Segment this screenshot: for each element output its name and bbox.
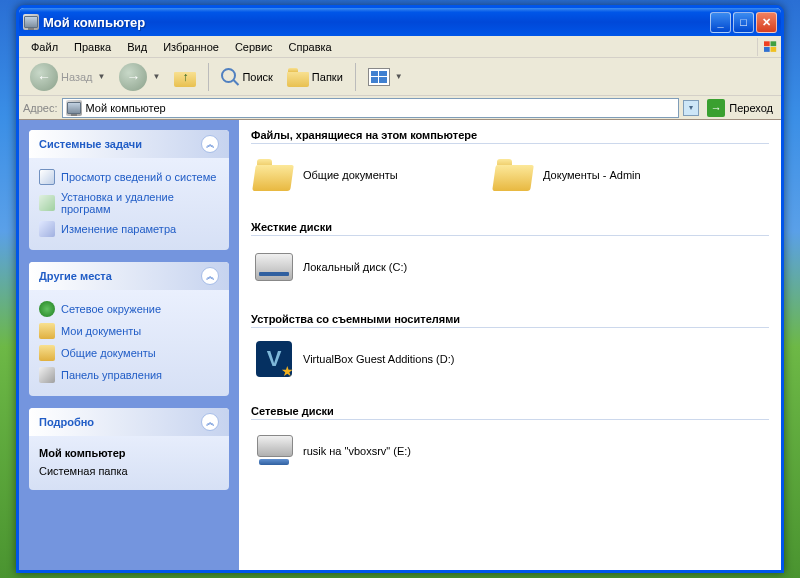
- search-label: Поиск: [242, 71, 272, 83]
- up-button[interactable]: [169, 63, 201, 91]
- panel-system-tasks: Системные задачи ︽ Просмотр сведений о с…: [29, 130, 229, 250]
- menu-view[interactable]: Вид: [119, 38, 155, 56]
- search-icon: [221, 68, 239, 86]
- link-network-places[interactable]: Сетевое окружение: [39, 298, 219, 320]
- back-label: Назад: [61, 71, 93, 83]
- section-network-drives: Сетевые диски: [251, 400, 769, 420]
- svg-rect-1: [771, 41, 777, 46]
- search-button[interactable]: Поиск: [216, 64, 277, 90]
- folders-label: Папки: [312, 71, 343, 83]
- chevron-down-icon: ▼: [395, 72, 403, 81]
- link-system-info[interactable]: Просмотр сведений о системе: [39, 166, 219, 188]
- items-hdd: Локальный диск (C:): [251, 244, 781, 290]
- menu-tools[interactable]: Сервис: [227, 38, 281, 56]
- forward-button[interactable]: → ▼: [114, 59, 165, 95]
- sidebar: Системные задачи ︽ Просмотр сведений о с…: [19, 120, 239, 570]
- items-files: Общие документы Документы - Admin: [251, 152, 781, 198]
- hard-drive-icon: [253, 246, 295, 288]
- link-my-documents[interactable]: Мои документы: [39, 320, 219, 342]
- menu-help[interactable]: Справка: [281, 38, 340, 56]
- panel-title: Другие места: [39, 270, 112, 282]
- detail-type: Системная папка: [39, 462, 219, 480]
- item-user-documents[interactable]: Документы - Admin: [491, 152, 701, 198]
- toolbar-separator: [355, 63, 356, 91]
- items-removable: VirtualBox Guest Additions (D:): [251, 336, 781, 382]
- menu-favorites[interactable]: Избранное: [155, 38, 227, 56]
- go-button[interactable]: → Переход: [703, 97, 777, 119]
- chevron-down-icon: ▼: [98, 72, 106, 81]
- item-vbox-guest-additions[interactable]: VirtualBox Guest Additions (D:): [251, 336, 461, 382]
- window-title: Мой компьютер: [43, 15, 710, 30]
- maximize-button[interactable]: □: [733, 12, 754, 33]
- toolbar: ← Назад ▼ → ▼ Поиск Папки ▼: [19, 58, 781, 96]
- views-button[interactable]: ▼: [363, 64, 408, 90]
- back-button[interactable]: ← Назад ▼: [25, 59, 110, 95]
- menubar: Файл Правка Вид Избранное Сервис Справка: [19, 36, 781, 58]
- panel-header-system-tasks[interactable]: Системные задачи ︽: [29, 130, 229, 158]
- addressbar: Адрес: Мой компьютер ▾ → Переход: [19, 96, 781, 120]
- link-change-setting[interactable]: Изменение параметра: [39, 218, 219, 240]
- section-files-stored: Файлы, хранящиеся на этом компьютере: [251, 124, 769, 144]
- panel-body: Мой компьютер Системная папка: [29, 436, 229, 490]
- forward-arrow-icon: →: [119, 63, 147, 91]
- collapse-icon[interactable]: ︽: [201, 413, 219, 431]
- collapse-icon[interactable]: ︽: [201, 267, 219, 285]
- back-arrow-icon: ←: [30, 63, 58, 91]
- panel-details: Подробно ︽ Мой компьютер Системная папка: [29, 408, 229, 490]
- my-computer-icon: [66, 100, 82, 116]
- panel-body: Сетевое окружение Мои документы Общие до…: [29, 290, 229, 396]
- link-control-panel[interactable]: Панель управления: [39, 364, 219, 386]
- panel-body: Просмотр сведений о системе Установка и …: [29, 158, 229, 250]
- section-removable-devices: Устройства со съемными носителями: [251, 308, 769, 328]
- go-arrow-icon: →: [707, 99, 725, 117]
- address-dropdown[interactable]: ▾: [683, 100, 699, 116]
- menu-file[interactable]: Файл: [23, 38, 66, 56]
- detail-name: Мой компьютер: [39, 444, 219, 462]
- panel-header-details[interactable]: Подробно ︽: [29, 408, 229, 436]
- items-network: rusik на "vboxsrv" (E:): [251, 428, 781, 474]
- folder-open-icon: [253, 154, 295, 196]
- go-label: Переход: [729, 102, 773, 114]
- item-network-share-e[interactable]: rusik на "vboxsrv" (E:): [251, 428, 461, 474]
- panel-other-places: Другие места ︽ Сетевое окружение Мои док…: [29, 262, 229, 396]
- explorer-window: Мой компьютер _ □ ✕ Файл Правка Вид Избр…: [16, 5, 784, 573]
- svg-rect-2: [764, 47, 770, 52]
- folders-button[interactable]: Папки: [282, 63, 348, 91]
- titlebar[interactable]: Мой компьютер _ □ ✕: [19, 8, 781, 36]
- network-drive-icon: [253, 430, 295, 472]
- link-add-remove-programs[interactable]: Установка и удаление программ: [39, 188, 219, 218]
- chevron-down-icon: ▼: [152, 72, 160, 81]
- folder-open-icon: [493, 154, 535, 196]
- minimize-button[interactable]: _: [710, 12, 731, 33]
- close-button[interactable]: ✕: [756, 12, 777, 33]
- panel-title: Системные задачи: [39, 138, 142, 150]
- menu-edit[interactable]: Правка: [66, 38, 119, 56]
- section-hard-drives: Жесткие диски: [251, 216, 769, 236]
- panel-title: Подробно: [39, 416, 94, 428]
- main-view[interactable]: Файлы, хранящиеся на этом компьютере Общ…: [239, 120, 781, 570]
- folder-up-icon: [174, 67, 196, 87]
- views-icon: [368, 68, 390, 86]
- windows-flag-icon: [757, 38, 777, 56]
- collapse-icon[interactable]: ︽: [201, 135, 219, 153]
- address-input[interactable]: Мой компьютер: [62, 98, 680, 118]
- window-controls: _ □ ✕: [710, 12, 777, 33]
- svg-rect-0: [764, 41, 770, 46]
- item-shared-documents[interactable]: Общие документы: [251, 152, 461, 198]
- folder-icon: [287, 67, 309, 87]
- panel-header-other-places[interactable]: Другие места ︽: [29, 262, 229, 290]
- virtualbox-icon: [253, 338, 295, 380]
- address-label: Адрес:: [23, 102, 58, 114]
- link-shared-documents[interactable]: Общие документы: [39, 342, 219, 364]
- item-local-disk-c[interactable]: Локальный диск (C:): [251, 244, 461, 290]
- my-computer-icon: [23, 14, 39, 30]
- address-value: Мой компьютер: [86, 102, 166, 114]
- svg-rect-3: [771, 47, 777, 52]
- toolbar-separator: [208, 63, 209, 91]
- content-area: Системные задачи ︽ Просмотр сведений о с…: [19, 120, 781, 570]
